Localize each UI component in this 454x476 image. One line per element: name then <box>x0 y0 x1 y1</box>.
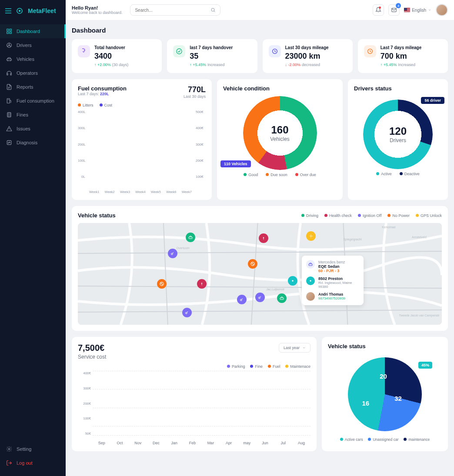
svg-text:Spiegelgracht: Spiegelgracht <box>344 238 362 241</box>
map-marker-ignition[interactable] <box>168 249 177 258</box>
svg-point-10 <box>10 60 10 61</box>
driver-avatar <box>306 292 315 301</box>
period-select[interactable]: Last year <box>279 343 310 353</box>
notifications-button[interactable] <box>373 4 384 16</box>
kpi-cards: Total handover 3400 ↑ +2.00% (30 days) l… <box>72 39 448 73</box>
svg-rect-13 <box>7 99 10 103</box>
service-panel: 7,500€ Service cost Last year Parking Fi… <box>72 337 317 451</box>
sidebar-item-vehicles[interactable]: Vehicles <box>0 52 66 66</box>
gear-icon <box>6 446 12 452</box>
condition-pill: 110 Vehicles <box>220 160 251 167</box>
map-marker-ignition-4[interactable] <box>182 308 192 317</box>
kpi-value: 700 km <box>381 52 442 61</box>
mail-badge: 4 <box>396 3 401 8</box>
svg-point-42 <box>310 280 311 281</box>
vstatus-title: Vehicle status <box>78 212 116 219</box>
svg-rect-29 <box>189 237 192 239</box>
search-box[interactable] <box>130 4 220 16</box>
sidebar-item-fuel[interactable]: Fuel consumption <box>0 94 66 108</box>
map-marker-nopower[interactable] <box>248 259 257 269</box>
fuel-period: Last 30 days <box>184 94 206 99</box>
brand-name: MetaFleet <box>28 7 56 14</box>
kpi-icon <box>269 45 281 57</box>
greeting-title: Hello Ryan! <box>72 5 122 10</box>
search-input[interactable] <box>135 8 210 13</box>
kpi-trend: ↑ +2.00% (30 days) <box>94 63 156 67</box>
chevron-down-icon <box>428 8 431 12</box>
svg-text:Jac.Luijkenstr: Jac.Luijkenstr <box>266 288 285 291</box>
map-marker-nopower-2[interactable] <box>157 279 167 289</box>
svg-text:Overtoom: Overtoom <box>176 246 189 250</box>
svg-rect-38 <box>280 298 284 300</box>
reports-icon <box>6 84 12 90</box>
map-marker-ignition-3[interactable] <box>255 293 265 302</box>
svg-point-16 <box>8 448 10 450</box>
svg-text:Tweede Jacob van Campenstr: Tweede Jacob van Campenstr <box>399 314 440 317</box>
sidebar-item-issues[interactable]: Issues <box>0 122 66 136</box>
map-marker-driving[interactable] <box>186 233 195 242</box>
kpi-label: Last 30 days mileage <box>285 45 347 50</box>
vehicle-status-panel: Vehicle status Driving Health check Igni… <box>72 206 448 331</box>
svg-point-31 <box>310 236 311 237</box>
pie-legend: Active cars Unassigned car maintenance <box>328 437 442 442</box>
greeting-subtitle: Welcome back to dashboard. <box>72 10 122 15</box>
sidebar-item-fines[interactable]: Fines <box>0 108 66 122</box>
kpi-label: last 7 days handover <box>190 45 251 50</box>
svg-text:Amstelveld: Amstelveld <box>412 236 427 239</box>
logo: MetaFleet <box>0 0 66 22</box>
map-marker-driving-2[interactable] <box>277 293 287 303</box>
kpi-label: Total handover <box>94 45 156 50</box>
drivers-title: Drivers status <box>354 85 442 92</box>
messages-button[interactable]: 4 <box>388 4 400 16</box>
sidebar-item-reports[interactable]: Reports <box>0 80 66 94</box>
location-icon <box>306 276 315 285</box>
greeting: Hello Ryan! Welcome back to dashboard. <box>72 5 122 15</box>
kpi-label: Last 7 days mileage <box>381 45 442 50</box>
page-title: Dashboard <box>72 27 448 34</box>
map-marker-health[interactable] <box>259 233 268 243</box>
kpi-value: 23000 km <box>285 52 347 61</box>
operators-icon <box>6 70 12 76</box>
sidebar: MetaFleet Dashboard Drivers Vehicles Ope… <box>0 0 66 476</box>
fuel-total: 770L <box>184 85 206 94</box>
sidebar-item-dashboard[interactable]: Dashboard <box>0 24 66 38</box>
kpi-card: last 7 days handover 35 ↑ +5.45% Increas… <box>167 39 257 73</box>
dashboard-icon <box>6 28 12 34</box>
sidebar-item-diagnosis[interactable]: Diagnosis <box>0 136 66 150</box>
search-icon <box>210 7 216 13</box>
drivers-legend: Active Deactive <box>354 172 442 176</box>
svg-rect-11 <box>7 73 8 75</box>
map-marker-selected[interactable] <box>288 276 297 286</box>
condition-panel: Vehicle condition 160 Vehicles 110 Vehic… <box>217 79 343 200</box>
vehicle-status-pie <box>348 357 422 431</box>
svg-rect-12 <box>10 73 11 75</box>
svg-point-30 <box>263 237 264 239</box>
avatar[interactable] <box>436 4 448 16</box>
pie-panel: Vehicle status 20 16 32 45% Active cars … <box>322 337 448 451</box>
svg-rect-4 <box>7 32 9 33</box>
sidebar-item-logout[interactable]: Log out <box>0 456 66 470</box>
service-label: Service cost <box>78 354 106 360</box>
svg-rect-5 <box>10 32 11 33</box>
svg-point-32 <box>171 253 172 255</box>
kpi-icon <box>173 45 185 57</box>
map-marker-ignition-2[interactable] <box>237 295 247 304</box>
map-marker-health-2[interactable] <box>197 279 207 289</box>
svg-point-39 <box>186 312 187 313</box>
map-marker-gps[interactable] <box>306 231 316 241</box>
kpi-trend: ↓ -2.00% decreased <box>285 63 347 67</box>
hamburger-icon[interactable] <box>5 8 11 13</box>
kpi-card: Last 7 days mileage 700 km ↑ +5.45% Incr… <box>358 39 448 73</box>
sidebar-item-operators[interactable]: Operators <box>0 66 66 80</box>
svg-point-35 <box>201 283 202 284</box>
mail-icon <box>391 7 397 13</box>
svg-point-9 <box>8 60 8 61</box>
sidebar-item-drivers[interactable]: Drivers <box>0 38 66 52</box>
drivers-icon <box>6 42 12 48</box>
car-icon <box>306 260 315 269</box>
kpi-icon <box>364 45 376 57</box>
map[interactable]: SpiegelgrachtKerkstraatAmstelveld Jac.Lu… <box>78 223 442 325</box>
svg-point-1 <box>19 10 21 12</box>
language-selector[interactable]: English <box>404 8 431 13</box>
sidebar-item-settings[interactable]: Setting <box>0 442 66 456</box>
